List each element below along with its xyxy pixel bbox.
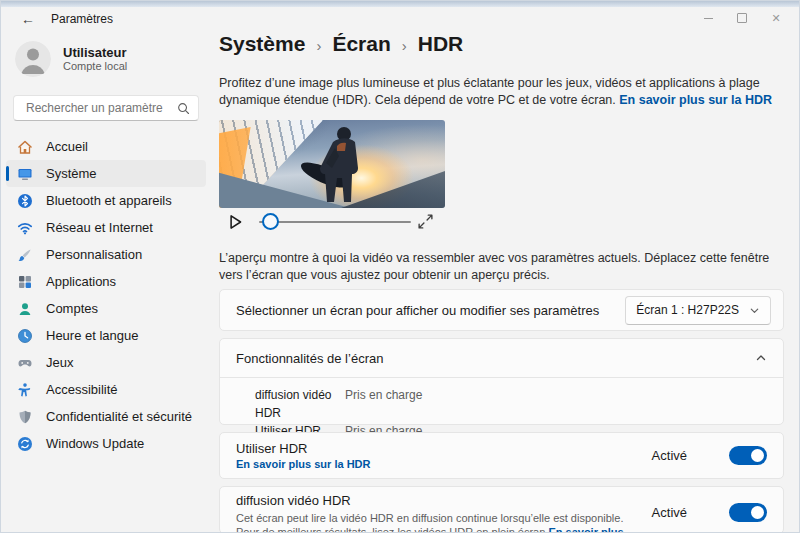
fullscreen-icon [417,213,434,230]
search-icon [177,102,190,115]
windows-update-icon [17,436,33,452]
close-button[interactable]: ✕ [759,7,793,29]
snowboarder-silhouette [297,123,389,208]
maximize-icon [737,13,747,23]
play-button[interactable] [225,212,245,232]
stream-hdr-toggle[interactable] [729,503,767,522]
sidebar-item-label: Jeux [46,355,73,370]
sidebar-item-label: Comptes [46,301,98,316]
sidebar-item-label: Réseau et Internet [46,220,153,235]
sidebar-item-label: Confidentialité et sécurité [46,409,192,424]
avatar [15,41,51,77]
minimize-icon [704,18,713,19]
use-hdr-text: Utiliser HDR En savoir plus sur la HDR [236,441,652,471]
stream-hdr-text: diffusion vidéo HDR Cet écran peut lire … [236,493,652,533]
sidebar-item-label: Bluetooth et appareils [46,193,172,208]
chevron-up-icon [755,352,767,364]
sidebar-item-systeme[interactable]: Système [6,160,206,187]
time-language-icon [17,328,33,344]
breadcrumb-systeme[interactable]: Système [219,32,305,56]
window-controls: ✕ [691,7,793,29]
use-hdr-learn-more-link[interactable]: En savoir plus sur la HDR [236,458,370,470]
stream-hdr-title: diffusion vidéo HDR [236,493,642,509]
display-select-dropdown[interactable]: Écran 1 : H27P22S [625,296,771,325]
use-hdr-title: Utiliser HDR [236,441,642,457]
page-title: HDR [418,32,464,56]
settings-window: ← Paramètres ✕ Utilisateur Compte local [0,0,800,533]
capability-row: diffusion vidéo HDR Pris en charge [255,386,767,422]
user-name: Utilisateur [63,45,127,60]
select-display-card: Sélectionner un écran pour afficher ou m… [219,289,784,331]
sidebar-item-label: Heure et langue [46,328,139,343]
select-display-label: Sélectionner un écran pour afficher ou m… [236,303,625,318]
chevron-down-icon [749,305,760,316]
stream-hdr-description: Cet écran peut lire la vidéo HDR en diff… [236,511,642,533]
sidebar-item-comptes[interactable]: Comptes [6,295,206,322]
back-arrow-icon: ← [21,11,35,27]
use-hdr-toggle[interactable] [729,446,767,465]
back-button[interactable]: ← [17,10,39,28]
slider-track[interactable] [259,221,411,223]
search-input[interactable] [24,100,177,116]
video-progress-slider[interactable] [259,209,411,235]
privacy-shield-icon [17,409,33,425]
account-type: Compte local [63,60,127,73]
network-icon [17,220,33,236]
use-hdr-card: Utiliser HDR En savoir plus sur la HDR A… [219,432,784,479]
apps-icon [17,274,33,290]
sidebar-item-confidentialite[interactable]: Confidentialité et sécurité [6,403,206,430]
search-box [13,95,199,121]
capabilities-body: diffusion vidéo HDR Pris en charge Utili… [220,377,783,440]
display-capabilities-card: Fonctionnalités de l’écran diffusion vid… [219,338,784,425]
sidebar-item-accessibilite[interactable]: Accessibilité [6,376,206,403]
stream-hdr-card: diffusion vidéo HDR Cet écran peut lire … [219,486,784,533]
sidebar-item-applications[interactable]: Applications [6,268,206,295]
capabilities-expander-header[interactable]: Fonctionnalités de l’écran [220,339,783,377]
sidebar-item-label: Accessibilité [46,382,118,397]
home-icon [17,139,33,155]
learn-more-hdr-link[interactable]: En savoir plus sur la HDR [619,93,772,107]
gaming-icon [17,355,33,371]
sidebar-item-bluetooth[interactable]: Bluetooth et appareils [6,187,206,214]
sidebar-item-heure-langue[interactable]: Heure et langue [6,322,206,349]
sidebar-item-label: Accueil [46,139,88,154]
breadcrumb: Système › Écran › HDR [219,32,463,56]
sidebar-nav: Accueil Système Bluetooth et appareils R… [6,133,206,457]
use-hdr-status: Activé [652,448,687,463]
display-select-value: Écran 1 : H27P22S [636,303,739,317]
toggle-knob [751,506,764,519]
slider-thumb[interactable] [262,213,279,230]
accounts-icon [17,301,33,317]
window-top-edge [1,1,799,7]
maximize-button[interactable] [725,7,759,29]
sidebar-item-label: Windows Update [46,436,144,451]
play-icon [225,212,245,232]
sidebar-item-windows-update[interactable]: Windows Update [6,430,206,457]
sidebar-item-reseau[interactable]: Réseau et Internet [6,214,206,241]
sidebar-item-label: Système [46,166,97,181]
fullscreen-button[interactable] [417,213,435,231]
sidebar: Utilisateur Compte local Accueil Système… [1,37,211,532]
system-icon [17,166,33,182]
sidebar-item-label: Applications [46,274,116,289]
sidebar-item-label: Personnalisation [46,247,142,262]
personalization-icon [17,247,33,263]
breadcrumb-ecran[interactable]: Écran [332,32,390,56]
sidebar-item-accueil[interactable]: Accueil [6,133,206,160]
hdr-preview-video [219,120,445,208]
chevron-right-icon: › [316,35,321,54]
bluetooth-icon [17,193,33,209]
capability-name: diffusion vidéo HDR [255,386,345,422]
account-row[interactable]: Utilisateur Compte local [15,41,127,77]
intro-text: Profitez d’une image plus lumineuse et p… [219,75,785,109]
video-controls [219,209,445,235]
capability-value: Pris en charge [345,386,422,422]
sidebar-item-jeux[interactable]: Jeux [6,349,206,376]
chevron-right-icon: › [402,35,407,54]
preview-note: L’aperçu montre à quoi la vidéo va resse… [219,250,785,284]
close-icon: ✕ [771,13,780,24]
sidebar-item-personnalisation[interactable]: Personnalisation [6,241,206,268]
stream-hdr-status: Activé [652,505,687,520]
window-title: Paramètres [51,12,113,26]
minimize-button[interactable] [691,7,725,29]
